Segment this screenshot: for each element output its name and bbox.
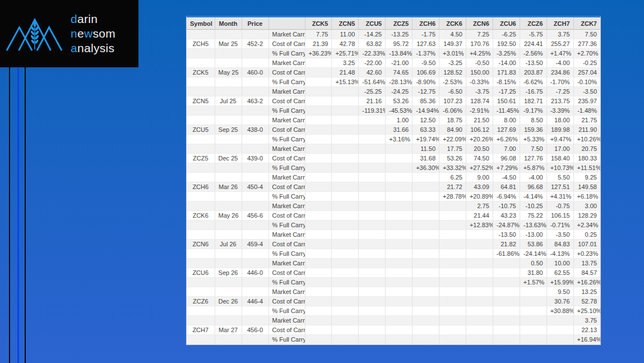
carry-type-label: % Full Carry <box>268 220 305 230</box>
value-cell <box>332 278 359 287</box>
value-cell <box>493 259 520 268</box>
symbol-cell <box>187 116 215 125</box>
month-cell <box>215 173 242 182</box>
value-cell: -24.87% <box>493 220 520 230</box>
price-cell <box>242 30 268 39</box>
value-cell: 21.72 <box>439 182 466 192</box>
value-cell <box>386 163 413 173</box>
value-cell <box>332 240 359 249</box>
value-cell <box>413 192 439 201</box>
value-cell: +36.30% <box>413 163 439 173</box>
price-cell: 446-0 <box>242 268 268 278</box>
price-cell: 446-4 <box>242 297 268 306</box>
table-row-zcz6-pct_full_carry: % Full Carry+30.88%+25.10% <box>187 306 600 316</box>
carry-type-label: Market Carry <box>268 116 305 125</box>
price-cell: 450-4 <box>242 182 268 192</box>
column-header-zcz5: ZCZ5 <box>386 17 413 30</box>
symbol-cell <box>187 316 215 325</box>
value-cell <box>520 306 546 316</box>
value-cell: -14.00 <box>493 58 520 68</box>
value-cell <box>439 278 466 287</box>
table-row-zck5-market_carry: Market Carry3.25-22.00-21.00-9.50-3.25-0… <box>187 58 600 68</box>
value-cell: 106.69 <box>413 68 439 77</box>
value-cell <box>305 211 332 220</box>
column-header-zch7: ZCH7 <box>546 17 573 30</box>
value-cell: 0.50 <box>520 259 546 268</box>
month-cell <box>215 116 242 125</box>
value-cell <box>546 316 573 325</box>
value-cell <box>466 230 493 240</box>
value-cell <box>359 278 386 287</box>
value-cell: +16.94% <box>573 335 600 344</box>
column-header-month: Month <box>215 17 242 30</box>
symbol-cell <box>187 30 215 39</box>
value-cell: 84.57 <box>573 268 600 278</box>
table-row-zcn6-cost_of_carry: ZCN6Jul 26459-4Cost of Carry21.8253.8684… <box>187 240 600 249</box>
value-cell <box>413 173 439 182</box>
value-cell: -13.63% <box>520 220 546 230</box>
value-cell <box>386 249 413 259</box>
value-cell <box>439 220 466 230</box>
price-cell <box>242 230 268 240</box>
value-cell <box>305 268 332 278</box>
value-cell: -1.37% <box>413 49 439 58</box>
value-cell <box>359 182 386 192</box>
value-cell: +12.83% <box>466 220 493 230</box>
value-cell: +28.78% <box>439 192 466 201</box>
value-cell <box>413 287 439 297</box>
value-cell <box>305 97 332 106</box>
symbol-cell <box>187 173 215 182</box>
symbol-cell <box>187 106 215 116</box>
value-cell <box>359 325 386 335</box>
value-cell: 107.01 <box>573 240 600 249</box>
value-cell <box>359 211 386 220</box>
value-cell: 53.86 <box>520 240 546 249</box>
value-cell: +2.34% <box>573 220 600 230</box>
table-row-zch7-cost_of_carry: ZCH7Mar 27456-0Cost of Carry22.13 <box>187 325 600 335</box>
value-cell <box>332 125 359 135</box>
value-cell: 21.82 <box>493 240 520 249</box>
value-cell: -14.94% <box>413 106 439 116</box>
value-cell: 84.90 <box>439 125 466 135</box>
value-cell: -2.91% <box>466 106 493 116</box>
value-cell <box>413 220 439 230</box>
value-cell: 127.63 <box>413 39 439 49</box>
table-row-zcu5-cost_of_carry: ZCU5Sep 25438-0Cost of Carry31.6663.3384… <box>187 125 600 135</box>
value-cell <box>332 249 359 259</box>
value-cell <box>466 249 493 259</box>
value-cell <box>305 278 332 287</box>
table-row-zch5-pct_full_carry: % Full Carry+36.23%+25.71%-22.33%-13.84%… <box>187 49 600 58</box>
price-cell <box>242 135 268 144</box>
value-cell: +15.99% <box>546 278 573 287</box>
value-cell <box>332 182 359 192</box>
value-cell: 21.44 <box>466 211 493 220</box>
value-cell: 203.87 <box>520 68 546 77</box>
value-cell <box>520 287 546 297</box>
month-cell: Mar 25 <box>215 39 242 49</box>
carry-type-label: % Full Carry <box>268 135 305 144</box>
carry-type-label: Market Carry <box>268 230 305 240</box>
value-cell: 43.09 <box>466 182 493 192</box>
value-cell: -6.94% <box>493 192 520 201</box>
value-cell <box>439 325 466 335</box>
logo-accent-letter: a <box>71 42 77 54</box>
value-cell: 224.41 <box>520 39 546 49</box>
value-cell: -21.00 <box>386 58 413 68</box>
value-cell <box>439 259 466 268</box>
value-cell: -2.53% <box>439 77 466 87</box>
carry-type-label: Cost of Carry <box>268 268 305 278</box>
value-cell: -0.25 <box>573 58 600 68</box>
table-row-zcz6-market_carry: Market Carry9.5013.25 <box>187 287 600 297</box>
value-cell <box>413 249 439 259</box>
value-cell: 75.22 <box>520 211 546 220</box>
value-cell <box>359 230 386 240</box>
carry-table-grid: SymbolMonthPriceZCK5ZCN5ZCU5ZCZ5ZCH6ZCK6… <box>187 17 600 344</box>
value-cell <box>305 297 332 306</box>
value-cell: 13.75 <box>573 259 600 268</box>
symbol-cell <box>187 249 215 259</box>
value-cell <box>520 316 546 325</box>
value-cell: 31.80 <box>520 268 546 278</box>
price-cell <box>242 201 268 211</box>
value-cell: 192.50 <box>493 39 520 49</box>
column-header-zcu6: ZCU6 <box>493 17 520 30</box>
